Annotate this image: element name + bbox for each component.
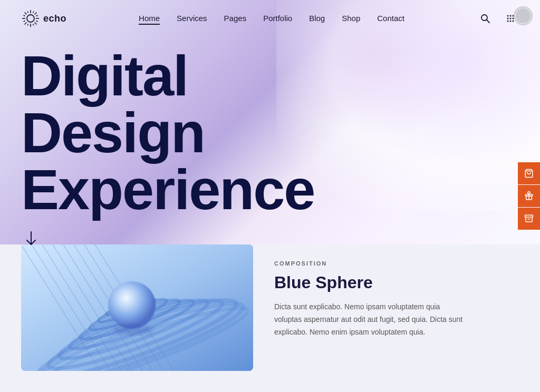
svg-point-22 [507, 18, 508, 19]
composition-title: Blue Sphere [274, 273, 519, 292]
gift-side-button[interactable] [518, 185, 540, 207]
archive-icon [524, 214, 534, 223]
search-icon [480, 13, 490, 24]
cart-side-button[interactable] [518, 162, 540, 184]
composition-image [21, 244, 253, 371]
svg-line-14 [27, 24, 28, 26]
bottom-section: COMPOSITION Blue Sphere Dicta sunt expli… [0, 244, 540, 392]
nav-item-contact[interactable]: Contact [377, 14, 404, 24]
svg-point-25 [507, 21, 508, 22]
svg-line-9 [27, 12, 28, 13]
header: echo Home Services Pages Portfolio Blog … [0, 0, 540, 37]
svg-point-49 [113, 325, 153, 335]
svg-line-15 [24, 21, 25, 22]
svg-rect-53 [525, 215, 533, 217]
svg-line-7 [35, 13, 37, 15]
svg-line-11 [36, 15, 38, 16]
search-button[interactable] [477, 10, 494, 27]
nav-item-blog[interactable]: Blog [309, 14, 325, 24]
hero-title-line1: Digital [21, 44, 188, 107]
cart-icon [524, 169, 534, 178]
logo-text: echo [43, 13, 66, 24]
gift-icon [524, 191, 534, 201]
svg-line-6 [35, 23, 37, 25]
composition-info: COMPOSITION Blue Sphere Dicta sunt expli… [253, 244, 540, 354]
hero-title: Digital Design Experience [21, 47, 519, 218]
nav-item-shop[interactable]: Shop [342, 14, 360, 24]
svg-point-26 [509, 21, 511, 22]
sphere-art [21, 244, 253, 371]
scroll-down-button[interactable] [23, 231, 39, 247]
archive-side-button[interactable] [518, 208, 540, 230]
nav-icons [477, 10, 519, 27]
svg-point-19 [507, 15, 508, 17]
main-nav: Home Services Pages Portfolio Blog Shop … [139, 14, 404, 24]
avatar[interactable] [514, 6, 533, 25]
svg-line-8 [25, 23, 27, 25]
composition-description: Dicta sunt explicabo. Nemo ipsam volupta… [274, 301, 464, 338]
nav-item-services[interactable]: Services [177, 14, 207, 24]
svg-line-12 [36, 21, 38, 22]
hero-title-line3: Experience [21, 158, 314, 221]
nav-item-portfolio[interactable]: Portfolio [263, 14, 292, 24]
svg-point-20 [509, 15, 511, 17]
nav-item-pages[interactable]: Pages [224, 14, 247, 24]
logo[interactable]: echo [21, 9, 66, 28]
svg-line-5 [25, 13, 27, 15]
composition-label: COMPOSITION [274, 260, 519, 267]
svg-point-48 [108, 281, 156, 329]
side-buttons [518, 162, 540, 230]
svg-line-18 [487, 20, 489, 23]
sphere-svg-art [21, 244, 253, 371]
hero-title-line2: Design [21, 101, 205, 164]
arrow-down-icon [25, 231, 37, 246]
svg-line-10 [33, 12, 34, 13]
nav-links: Home Services Pages Portfolio Blog Shop … [139, 14, 404, 24]
logo-icon [21, 9, 40, 28]
svg-point-17 [481, 15, 487, 21]
hero-section: Digital Design Experience [0, 37, 540, 247]
svg-line-13 [33, 24, 34, 26]
svg-point-27 [512, 21, 514, 22]
svg-point-0 [27, 15, 34, 22]
svg-line-16 [24, 15, 25, 16]
svg-point-23 [509, 18, 511, 19]
nav-item-home[interactable]: Home [139, 14, 160, 24]
